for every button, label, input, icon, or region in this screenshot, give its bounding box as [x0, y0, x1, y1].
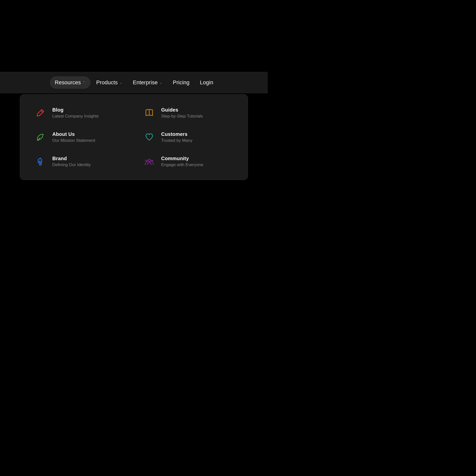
dropdown-title-guides: Guides [161, 107, 203, 113]
pen-icon [34, 106, 47, 119]
nav-label-login: Login [200, 79, 213, 86]
dropdown-item-blog[interactable]: Blog Latest Company Insights [30, 102, 129, 124]
nav-item-login[interactable]: Login [195, 77, 218, 88]
nav-label-enterprise: Enterprise [133, 79, 158, 86]
dropdown-subtitle-brand: Defining Our Identity [52, 162, 91, 167]
page-wrapper: Resources ⌃ Products ⌄ Enterprise ⌄ Pric… [0, 0, 268, 268]
heart-icon [143, 131, 156, 144]
chevron-down-icon-enterprise: ⌄ [159, 81, 162, 85]
nav-item-enterprise[interactable]: Enterprise ⌄ [128, 77, 167, 88]
dropdown-text-customers: Customers Trusted by Many [161, 131, 192, 143]
chevron-up-icon: ⌃ [83, 81, 86, 85]
navbar: Resources ⌃ Products ⌄ Enterprise ⌄ Pric… [0, 72, 268, 93]
dropdown-menu: Blog Latest Company Insights Guides Step… [20, 94, 248, 180]
flame-icon [34, 155, 47, 168]
nav-label-pricing: Pricing [173, 79, 189, 86]
dropdown-text-guides: Guides Step-by-Step Tutorials [161, 107, 203, 119]
dropdown-subtitle-guides: Step-by-Step Tutorials [161, 114, 203, 119]
nav-label-products: Products [96, 79, 118, 86]
dropdown-wrapper: Blog Latest Company Insights Guides Step… [0, 93, 268, 180]
svg-point-2 [151, 160, 153, 162]
dropdown-item-customers[interactable]: Customers Trusted by Many [139, 126, 238, 148]
dropdown-title-customers: Customers [161, 131, 192, 137]
dropdown-title-community: Community [161, 156, 203, 161]
dropdown-subtitle-community: Engage with Everyone [161, 162, 203, 167]
chevron-down-icon-products: ⌄ [119, 81, 122, 85]
dropdown-text-about: About Us Our Mission Statement [52, 131, 95, 143]
dropdown-text-brand: Brand Defining Our Identity [52, 156, 91, 167]
top-spacer [0, 0, 268, 72]
dropdown-title-blog: Blog [52, 107, 99, 113]
svg-point-1 [146, 160, 147, 162]
nav-label-resources: Resources [55, 79, 81, 86]
dropdown-subtitle-about: Our Mission Statement [52, 138, 95, 143]
dropdown-subtitle-blog: Latest Company Insights [52, 114, 99, 119]
dropdown-item-brand[interactable]: Brand Defining Our Identity [30, 150, 129, 172]
nav-item-resources[interactable]: Resources ⌃ [50, 77, 90, 89]
dropdown-item-community[interactable]: Community Engage with Everyone [139, 150, 238, 172]
book-icon [143, 106, 156, 119]
community-icon [143, 155, 156, 168]
svg-point-0 [148, 159, 150, 162]
dropdown-item-guides[interactable]: Guides Step-by-Step Tutorials [139, 102, 238, 124]
nav-items: Resources ⌃ Products ⌄ Enterprise ⌄ Pric… [50, 77, 218, 89]
nav-item-pricing[interactable]: Pricing [168, 77, 194, 88]
dropdown-title-about: About Us [52, 131, 95, 137]
dropdown-item-about[interactable]: About Us Our Mission Statement [30, 126, 129, 148]
dropdown-text-blog: Blog Latest Company Insights [52, 107, 99, 119]
dropdown-title-brand: Brand [52, 156, 91, 161]
nav-item-products[interactable]: Products ⌄ [92, 77, 127, 88]
leaf-icon [34, 131, 47, 144]
bottom-spacer [0, 180, 268, 268]
dropdown-subtitle-customers: Trusted by Many [161, 138, 192, 143]
dropdown-text-community: Community Engage with Everyone [161, 156, 203, 167]
